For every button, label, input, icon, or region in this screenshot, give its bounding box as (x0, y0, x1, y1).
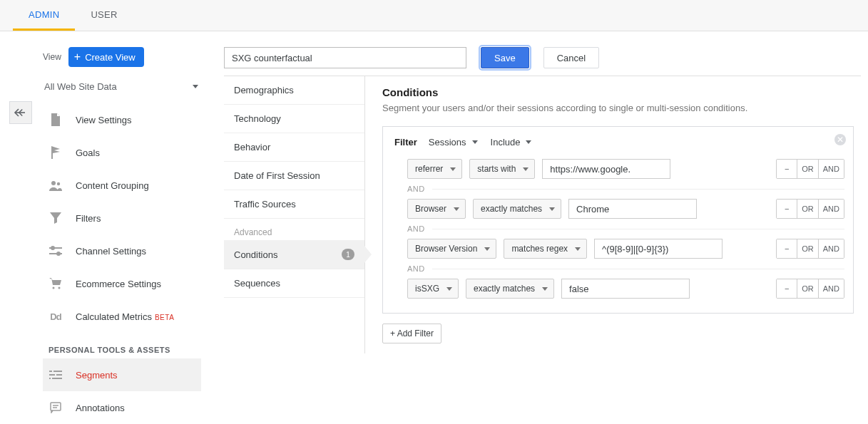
caret-down-icon (549, 207, 555, 211)
dimension-select[interactable]: referrer (407, 159, 462, 179)
remove-row-button[interactable]: − (777, 160, 797, 178)
caret-down-icon (575, 247, 581, 251)
conditions-description: Segment your users and/or their sessions… (382, 103, 854, 113)
dd-icon: Dd (48, 311, 63, 322)
svg-point-0 (51, 181, 56, 185)
svg-point-3 (57, 252, 60, 255)
svg-point-2 (51, 247, 54, 249)
row-operator-buttons: − OR AND (776, 239, 844, 259)
view-selector[interactable]: All Web Site Data (43, 76, 201, 98)
operator-select[interactable]: exactly matches (473, 199, 561, 219)
condition-row: referrer starts with − OR AND (407, 159, 844, 179)
nav-goals[interactable]: Goals (43, 136, 201, 169)
tab-admin[interactable]: ADMIN (13, 0, 75, 31)
and-separator: AND (407, 264, 844, 273)
view-scope-label: View (43, 52, 61, 62)
top-tabs: ADMIN USER (0, 0, 868, 31)
operator-select[interactable]: matches regex (504, 239, 587, 259)
and-button[interactable]: AND (818, 200, 844, 218)
people-icon (48, 180, 63, 191)
create-view-button[interactable]: + Create View (68, 47, 144, 67)
caret-down-icon (472, 140, 478, 144)
and-button[interactable]: AND (818, 239, 844, 258)
scope-select[interactable]: Sessions (427, 135, 479, 149)
and-separator: AND (407, 224, 844, 233)
flag-icon (48, 146, 63, 159)
cart-icon (48, 278, 63, 289)
cat-demographics[interactable]: Demographics (224, 76, 364, 105)
cat-traffic-sources[interactable]: Traffic Sources (224, 190, 364, 219)
admin-sidebar: View + Create View All Web Site Data Vie… (0, 31, 214, 424)
personal-tools-heading: PERSONAL TOOLS & ASSETS (43, 333, 201, 358)
save-button[interactable]: Save (481, 47, 529, 68)
cat-sequences[interactable]: Sequences (224, 269, 364, 298)
nav-annotations[interactable]: Annotations (43, 391, 201, 424)
dimension-select[interactable]: Browser Version (407, 239, 496, 259)
dimension-select[interactable]: isSXG (407, 279, 459, 299)
or-button[interactable]: OR (797, 239, 818, 258)
nav-segments[interactable]: Segments (43, 358, 201, 391)
filter-label: Filter (394, 137, 417, 148)
include-mode-select[interactable]: Include (489, 135, 533, 149)
segments-icon (48, 370, 63, 380)
remove-row-button[interactable]: − (777, 239, 797, 258)
nav-filters[interactable]: Filters (43, 202, 201, 234)
value-input[interactable] (542, 159, 670, 179)
dimension-select[interactable]: Browser (407, 199, 466, 219)
condition-row: Browser Version matches regex − OR AND (407, 239, 844, 259)
cat-technology[interactable]: Technology (224, 105, 364, 133)
remove-row-button[interactable]: − (777, 279, 797, 298)
funnel-icon (48, 212, 63, 224)
remove-filter-button[interactable]: ✕ (834, 134, 846, 145)
remove-row-button[interactable]: − (777, 200, 797, 218)
add-filter-button[interactable]: + Add Filter (382, 324, 441, 343)
or-button[interactable]: OR (797, 279, 818, 298)
row-operator-buttons: − OR AND (776, 279, 844, 299)
caret-down-icon (523, 167, 529, 171)
row-operator-buttons: − OR AND (776, 199, 844, 219)
filter-block: ✕ Filter Sessions Include (382, 126, 854, 314)
tab-user[interactable]: USER (75, 0, 133, 31)
operator-select[interactable]: exactly matches (466, 279, 554, 299)
cancel-button[interactable]: Cancel (543, 47, 599, 68)
or-button[interactable]: OR (797, 200, 818, 218)
conditions-title: Conditions (382, 86, 854, 98)
svg-point-5 (58, 287, 61, 289)
sliders-icon (48, 246, 63, 256)
or-button[interactable]: OR (797, 160, 818, 178)
segment-editor: Save Cancel Demographics Technology Beha… (214, 31, 868, 424)
svg-point-4 (53, 287, 55, 289)
back-button[interactable] (9, 101, 32, 124)
operator-select[interactable]: starts with (469, 159, 535, 179)
cat-conditions[interactable]: Conditions 1 (224, 240, 364, 269)
nav-calculated-metrics[interactable]: Dd Calculated MetricsBETA (43, 300, 201, 333)
cat-advanced-heading: Advanced (224, 219, 364, 240)
value-input[interactable] (561, 279, 690, 299)
caret-down-icon (484, 247, 490, 251)
svg-point-1 (57, 182, 60, 185)
nav-content-grouping[interactable]: Content Grouping (43, 169, 201, 202)
caret-down-icon (446, 287, 452, 291)
value-input[interactable] (594, 239, 723, 259)
and-button[interactable]: AND (818, 279, 844, 298)
segment-name-input[interactable] (224, 47, 466, 68)
row-operator-buttons: − OR AND (776, 159, 844, 179)
caret-down-icon (193, 85, 198, 88)
value-input[interactable] (568, 199, 697, 219)
cat-behavior[interactable]: Behavior (224, 133, 364, 162)
caret-down-icon (526, 140, 531, 144)
condition-row: Browser exactly matches − OR AND (407, 199, 844, 219)
cat-date-first-session[interactable]: Date of First Session (224, 162, 364, 190)
note-icon (48, 402, 63, 413)
svg-rect-6 (51, 403, 61, 410)
beta-badge: BETA (155, 314, 174, 321)
segment-category-list: Demographics Technology Behavior Date of… (224, 76, 365, 353)
and-separator: AND (407, 185, 844, 193)
caret-down-icon (542, 287, 548, 291)
nav-channel-settings[interactable]: Channel Settings (43, 234, 201, 267)
caret-down-icon (454, 207, 459, 211)
condition-row: isSXG exactly matches − OR AND (407, 279, 844, 299)
nav-ecommerce-settings[interactable]: Ecommerce Settings (43, 267, 201, 300)
nav-view-settings[interactable]: View Settings (43, 103, 201, 136)
and-button[interactable]: AND (818, 160, 844, 178)
